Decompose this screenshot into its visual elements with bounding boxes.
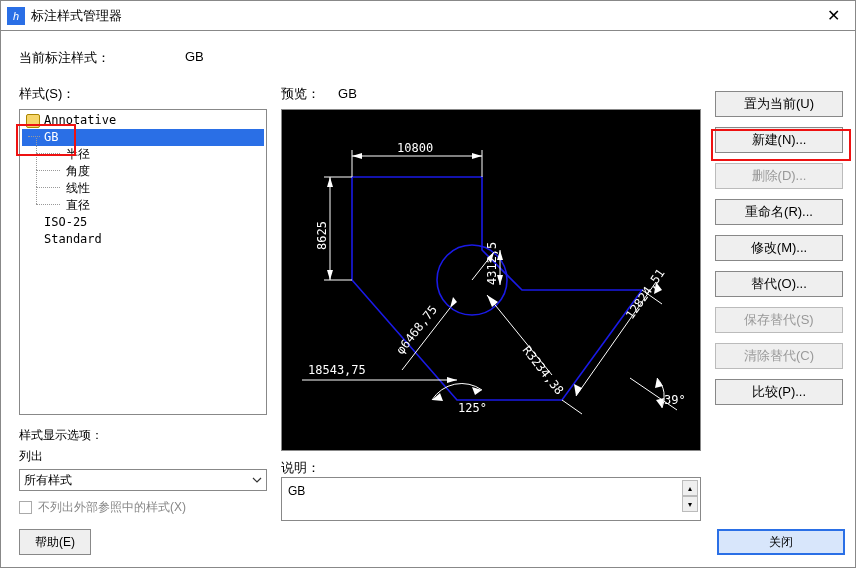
styles-tree[interactable]: Annotative GB 半径 角度 线性 直径 ISO-25 Standar… (19, 109, 267, 415)
svg-text:39°: 39° (664, 393, 686, 407)
preview-panel: 预览： GB 10800 (281, 85, 701, 521)
preview-label: 预览： GB (281, 85, 701, 103)
svg-text:18543,75: 18543,75 (308, 363, 366, 377)
display-list-label: 列出 (19, 448, 267, 465)
right-buttons: 置为当前(U) 新建(N)... 删除(D)... 重命名(R)... 修改(M… (715, 85, 843, 521)
tree-item-angle[interactable]: 角度 (22, 163, 264, 180)
desc-spinner[interactable]: ▴ ▾ (682, 480, 698, 512)
current-style-row: 当前标注样式： GB (19, 49, 845, 67)
svg-marker-32 (447, 377, 457, 383)
footer: 帮助(E) 关闭 (19, 529, 845, 555)
display-title: 样式显示选项： (19, 427, 267, 444)
content: 当前标注样式： GB 样式(S)： Annotative GB 半径 角度 线性… (1, 31, 855, 567)
set-current-button[interactable]: 置为当前(U) (715, 91, 843, 117)
svg-marker-34 (472, 387, 482, 395)
rename-button[interactable]: 重命名(R)... (715, 199, 843, 225)
xref-exclude-row[interactable]: 不列出外部参照中的样式(X) (19, 499, 267, 516)
xref-exclude-checkbox[interactable] (19, 501, 32, 514)
override-button[interactable]: 替代(O)... (715, 271, 843, 297)
xref-exclude-label: 不列出外部参照中的样式(X) (38, 499, 186, 516)
tree-item-iso25[interactable]: ISO-25 (22, 214, 264, 231)
close-button[interactable]: 关闭 (717, 529, 845, 555)
save-override-button[interactable]: 保存替代(S) (715, 307, 843, 333)
current-style-label: 当前标注样式： (19, 49, 110, 67)
window: h 标注样式管理器 ✕ 当前标注样式： GB 样式(S)： Annotative… (0, 0, 856, 568)
style-filter-select[interactable]: 所有样式 (19, 469, 267, 491)
preview-canvas: 10800 8625 4312,5 (281, 109, 701, 451)
svg-line-22 (562, 400, 582, 414)
svg-marker-38 (655, 378, 663, 388)
tree-item-annotative[interactable]: Annotative (22, 112, 264, 129)
svg-marker-5 (472, 153, 482, 159)
svg-marker-11 (327, 270, 333, 280)
modify-button[interactable]: 修改(M)... (715, 235, 843, 261)
arrow-down-icon[interactable]: ▾ (682, 496, 698, 512)
styles-label: 样式(S)： (19, 85, 267, 103)
window-title: 标注样式管理器 (31, 7, 811, 25)
close-icon[interactable]: ✕ (811, 1, 855, 30)
svg-text:10800: 10800 (397, 141, 433, 155)
description-label: 说明： (281, 459, 701, 477)
compare-button[interactable]: 比较(P)... (715, 379, 843, 405)
titlebar: h 标注样式管理器 ✕ (1, 1, 855, 31)
svg-text:4312,5: 4312,5 (485, 242, 499, 285)
svg-marker-10 (327, 177, 333, 187)
select-value: 所有样式 (24, 472, 72, 489)
current-style-value: GB (185, 49, 204, 67)
svg-text:125°: 125° (458, 401, 487, 415)
left-panel: 样式(S)： Annotative GB 半径 角度 线性 直径 ISO-25 … (19, 85, 267, 521)
delete-button[interactable]: 删除(D)... (715, 163, 843, 189)
new-button[interactable]: 新建(N)... (715, 127, 843, 153)
preview-svg: 10800 8625 4312,5 (282, 110, 701, 451)
help-button[interactable]: 帮助(E) (19, 529, 91, 555)
svg-text:12824,51: 12824,51 (623, 266, 668, 321)
app-icon: h (7, 7, 25, 25)
tree-item-linear[interactable]: 线性 (22, 180, 264, 197)
display-options: 样式显示选项： 列出 所有样式 不列出外部参照中的样式(X) (19, 427, 267, 516)
clear-override-button[interactable]: 清除替代(C) (715, 343, 843, 369)
svg-text:8625: 8625 (315, 221, 329, 250)
svg-text:R3234,38: R3234,38 (520, 343, 567, 397)
svg-marker-28 (450, 297, 457, 308)
chevron-down-icon (252, 475, 262, 485)
description-box: GB ▴ ▾ (281, 477, 701, 521)
tree-item-standard[interactable]: Standard (22, 231, 264, 248)
svg-marker-4 (352, 153, 362, 159)
description-value: GB (288, 484, 305, 498)
tree-item-diameter[interactable]: 直径 (22, 197, 264, 214)
tree-item-gb[interactable]: GB (22, 129, 264, 146)
arrow-up-icon[interactable]: ▴ (682, 480, 698, 496)
tree-item-radius[interactable]: 半径 (22, 146, 264, 163)
